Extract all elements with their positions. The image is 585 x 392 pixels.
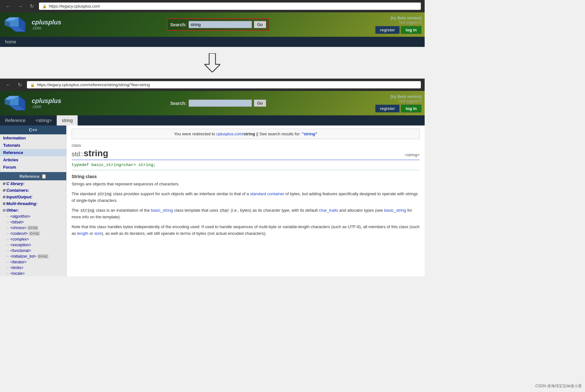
expand-icon-threading: ⊞ [3,202,5,205]
sidebar-initializer-list[interactable]: ─ <initializer_list> C++11 [0,254,66,259]
not-logged-1: Not logged in [399,20,421,25]
search-area-2: Search: Go [168,98,269,109]
sidebar-forum[interactable]: Forum [0,164,66,171]
sidebar-limits[interactable]: ─ <limits> [0,265,66,271]
sidebar-codecvt[interactable]: ─ <codecvt> C++11 [0,231,66,236]
breadcrumb-reference[interactable]: Reference [0,115,31,125]
search-area-1: Search: Go [167,18,269,31]
class-namespace: std:: [72,151,84,157]
register-button-1[interactable]: register [375,26,400,34]
site-name-1: cplusplus .com [32,19,61,30]
lock-icon-2: 🔒 [30,83,35,87]
sidebar-ref-title: Reference 📋 [0,172,66,180]
search-input-2[interactable] [189,100,252,107]
nav-home-1[interactable]: home [0,37,21,47]
expand-icon-io: ⊞ [3,195,5,199]
content-area: You were redirected to cplusplus.com/str… [67,125,425,276]
string-tag: <string> [405,152,420,157]
logo-area-2: cplusplus .com [3,93,61,113]
standard-container-link[interactable]: standard container [250,191,284,196]
browser-chrome-1: ← → ↻ 🔒 https://legacy.cplusplus.com [0,0,425,12]
browser-chrome-2: ← ↻ 🔒 https://legacy.cplusplus.com/refer… [0,79,425,91]
browser-window-1: ← → ↻ 🔒 https://legacy.cplusplus.com cpl… [0,0,425,47]
header-right-1: [try Beta version] Not logged in registe… [375,16,421,34]
size-link[interactable]: size [94,231,102,236]
paragraph-4: Note that this class handles bytes indep… [72,224,420,237]
auth-buttons-2: register log in [375,105,421,112]
address-bar-1[interactable]: 🔒 https://legacy.cplusplus.com [39,3,421,10]
address-bar-2[interactable]: 🔒 https://legacy.cplusplus.com/reference… [27,81,421,88]
sidebar-complex[interactable]: ─ <complex> [0,236,66,242]
logo-area-1: cplusplus .com [3,14,61,35]
site-header-1: cplusplus .com Search: Go [try Beta vers… [0,12,425,37]
sidebar-bitset[interactable]: ─ <bitset> [0,219,66,225]
sidebar-other[interactable]: ⊟ Other: [0,207,66,214]
sidebar-cpp-title: C++ [0,125,66,134]
login-button-1[interactable]: log in [401,26,421,34]
sidebar-containers[interactable]: ⊞ Containers: [0,187,66,194]
sidebar-c-library[interactable]: ⊞ C library: [0,180,66,187]
sidebar-reference[interactable]: Reference [0,149,66,156]
char-type-em: character type [263,208,289,213]
site-header-2: cplusplus .com Search: Go [try Beta vers… [0,91,425,115]
basic-string-link-2[interactable]: basic_string [384,208,406,213]
class-title-row: std::string <string> [72,148,420,160]
book-icon: 📋 [41,174,47,179]
sidebar-functional[interactable]: ─ <functional> [0,248,66,254]
sidebar-information[interactable]: Information [0,134,66,142]
login-button-2[interactable]: log in [401,105,421,112]
typedef-line: typedef basic_string<char> string; [72,163,420,170]
length-link[interactable]: length [77,231,88,236]
refresh-button-1[interactable]: ↻ [28,3,36,10]
paragraph-1: Strings are objects that represent seque… [72,181,420,188]
sidebar-chrono[interactable]: ─ <chrono> C++11 [0,225,66,231]
char-traits-link[interactable]: char_traits [319,208,338,213]
sidebar: C++ Information Tutorials Reference Arti… [0,125,67,276]
paragraph-2: The standard string class provides suppo… [72,191,420,204]
expand-icon-c-library: ⊞ [3,182,5,185]
class-name: string [84,148,108,158]
forward-button-1[interactable]: → [16,3,25,10]
expand-icon-containers: ⊞ [3,189,5,192]
sidebar-tutorials[interactable]: Tutorials [0,142,66,149]
c11-badge-codecvt: C++11 [29,232,40,235]
redirect-link[interactable]: cplusplus.com/string [216,132,255,136]
search-term: "string" [302,132,317,136]
basic-string-link-1[interactable]: basic_string [151,208,173,213]
sidebar-locale[interactable]: ─ <locale> [0,271,66,276]
auth-buttons-1: register log in [375,26,421,34]
browser-window-2: ← ↻ 🔒 https://legacy.cplusplus.com/refer… [0,79,425,276]
sidebar-iterator[interactable]: ─ <iterator> [0,259,66,265]
redirect-text: You were redirected to [174,132,215,136]
register-button-2[interactable]: register [375,105,400,112]
back-button-2[interactable]: ← [4,81,13,88]
go-button-1[interactable]: Go [254,21,266,28]
main-content: C++ Information Tutorials Reference Arti… [0,125,425,276]
code-string-2: string [80,209,95,213]
code-string-1: string [97,192,112,196]
sidebar-exception[interactable]: ─ <exception> [0,242,66,248]
search-label-1: Search: [170,22,186,27]
search-label-2: Search: [170,101,186,106]
sidebar-algorithm[interactable]: ─ <algorithm> [0,214,66,219]
sidebar-articles[interactable]: Articles [0,156,66,164]
try-beta-2[interactable]: [try Beta version] [390,94,421,99]
site-logo-1 [3,14,32,35]
url-text-2: https://legacy.cplusplus.com/reference/s… [37,82,150,87]
arrow-section [0,47,425,79]
site-name-2: cplusplus .com [32,97,61,109]
c11-badge-init-list: C++11 [38,254,48,258]
sidebar-input-output[interactable]: ⊞ Input/Output: [0,194,66,200]
breadcrumb-string[interactable]: string [57,115,78,125]
section-heading: String class [72,174,420,179]
code-char: char [219,209,230,213]
back-button-1[interactable]: ← [4,3,13,10]
breadcrumb-string-header[interactable]: <string> [31,115,57,125]
sidebar-multi-threading[interactable]: ⊞ Multi-threading: [0,200,66,207]
refresh-button-2[interactable]: ↻ [16,81,24,88]
try-beta-1[interactable]: [try Beta version] [390,16,421,20]
search-input-1[interactable] [189,21,252,28]
go-button-2[interactable]: Go [254,100,266,107]
not-logged-2: Not logged in [399,99,421,103]
breadcrumb-nav: Reference <string> string [0,115,425,125]
